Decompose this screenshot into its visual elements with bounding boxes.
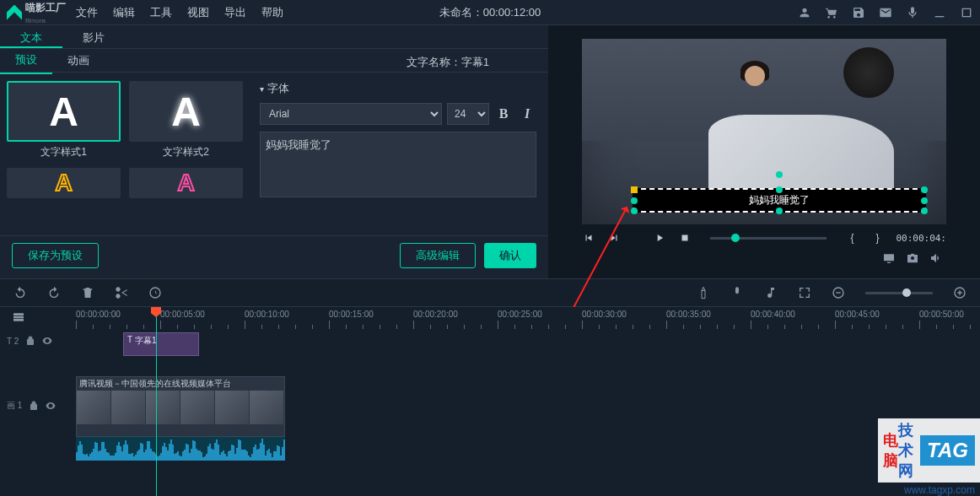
tab-video[interactable]: 影片 <box>62 25 125 48</box>
menu-file[interactable]: 文件 <box>76 5 98 20</box>
confirm-button[interactable]: 确认 <box>484 243 536 268</box>
track-text-label: T 2 <box>7 337 19 346</box>
ruler-label: 00:00:40:00 <box>751 310 795 319</box>
cart-icon[interactable] <box>825 6 838 19</box>
text-track[interactable]: T 字幕1 <box>76 332 980 356</box>
resize-handle-ml[interactable] <box>631 197 638 204</box>
style-card-4[interactable]: A <box>129 168 243 198</box>
watermark-text-a: 电脑 <box>883 430 898 471</box>
eye-icon[interactable] <box>46 401 56 411</box>
ruler-label: 00:00:25:00 <box>498 310 542 319</box>
style-card-1[interactable]: A 文字样式1 <box>7 81 121 159</box>
eye-icon[interactable] <box>42 336 52 346</box>
marker-icon[interactable] <box>697 286 710 299</box>
style-label-1: 文字样式1 <box>40 145 87 159</box>
voiceover-icon[interactable] <box>730 286 744 299</box>
bold-button[interactable]: B <box>494 104 513 124</box>
preview-extra-controls <box>582 251 946 265</box>
next-frame-button[interactable] <box>607 231 621 245</box>
font-header[interactable]: ▾ 字体 <box>260 81 536 96</box>
cut-icon[interactable] <box>115 286 128 299</box>
undo-icon[interactable] <box>13 286 27 299</box>
video-preview[interactable]: 妈妈我睡觉了 <box>582 39 946 224</box>
resize-handle-br[interactable] <box>921 208 928 214</box>
play-button[interactable] <box>653 231 666 245</box>
letter-a-glow-icon: A <box>171 89 201 135</box>
stop-button[interactable] <box>678 231 692 245</box>
settings-icon[interactable] <box>182 286 196 299</box>
resize-handle-tm[interactable] <box>776 186 783 193</box>
tab-preset[interactable]: 预设 <box>0 47 52 74</box>
playback-controls: { } 00:00:04: <box>582 224 946 251</box>
zoom-in-icon[interactable] <box>953 286 967 299</box>
zoom-slider[interactable] <box>865 292 933 294</box>
fit-icon[interactable] <box>798 286 811 299</box>
menu-edit[interactable]: 编辑 <box>113 5 135 20</box>
media-tabs: 文本 影片 <box>0 25 548 49</box>
app-subname: filmora <box>25 17 66 24</box>
ruler-label: 00:00:35:00 <box>666 310 711 319</box>
subtitle-textarea[interactable]: 妈妈我睡觉了 <box>260 132 536 197</box>
preview-panel: 妈妈我睡觉了 { } 00:00:04: <box>548 25 980 278</box>
save-icon[interactable] <box>852 6 865 19</box>
resize-handle-tl[interactable] <box>631 186 638 193</box>
zoom-out-icon[interactable] <box>832 286 845 299</box>
subtitle-overlay[interactable]: 妈妈我睡觉了 <box>633 188 926 213</box>
menu-tool[interactable]: 工具 <box>150 5 172 20</box>
video-clip-thumbnails <box>77 391 284 424</box>
timeline-ruler[interactable]: 00:00:00:0000:00:05:0000:00:10:0000:00:1… <box>0 307 980 329</box>
menu-help[interactable]: 帮助 <box>261 5 283 20</box>
ruler-label: 00:00:00:00 <box>76 310 121 319</box>
style-card-2[interactable]: A 文字样式2 <box>129 81 243 159</box>
playhead[interactable] <box>156 307 157 496</box>
video-track[interactable]: 腾讯视频－中国领先的在线视频媒体平台 <box>76 376 980 461</box>
snapshot-icon[interactable] <box>906 251 919 265</box>
font-settings: ▾ 字体 Arial 24 B I 妈妈我睡觉了 <box>260 81 541 232</box>
music-icon[interactable] <box>764 286 778 299</box>
rotate-handle[interactable] <box>776 171 783 178</box>
minimize-icon[interactable] <box>933 6 946 19</box>
italic-button[interactable]: I <box>518 104 536 124</box>
save-preset-button[interactable]: 保存为预设 <box>12 243 99 268</box>
tab-anim[interactable]: 动画 <box>52 48 105 73</box>
advanced-edit-button[interactable]: 高级编辑 <box>400 243 476 268</box>
style-thumb-4: A <box>129 168 243 198</box>
menu-view[interactable]: 视图 <box>187 5 209 20</box>
text-name-row: 文字名称：字幕1 <box>407 51 489 70</box>
mail-icon[interactable] <box>879 6 892 19</box>
menu-export[interactable]: 导出 <box>224 5 246 20</box>
subtitle-clip[interactable]: T 字幕1 <box>123 332 199 356</box>
text-name-label: 文字名称： <box>407 56 461 68</box>
resize-handle-mr[interactable] <box>921 197 928 204</box>
user-icon[interactable] <box>798 6 811 19</box>
project-title: 未命名：00:00:12:00 <box>439 5 541 20</box>
tab-text[interactable]: 文本 <box>0 25 62 48</box>
audio-clip[interactable] <box>76 437 285 461</box>
left-panel: 文本 影片 预设 动画 文字名称：字幕1 A 文字样式1 A 文字样式2 A <box>0 25 548 278</box>
style-label-2: 文字样式2 <box>163 145 209 159</box>
resize-handle-tr[interactable] <box>921 186 928 193</box>
maximize-icon[interactable] <box>960 6 973 19</box>
redo-icon[interactable] <box>47 286 61 299</box>
lock-icon[interactable] <box>29 401 39 411</box>
bracket-right-icon[interactable]: } <box>870 231 884 245</box>
resize-handle-bm[interactable] <box>776 208 783 214</box>
ruler-label: 00:00:05:00 <box>160 310 205 319</box>
display-icon[interactable] <box>882 251 896 265</box>
resize-handle-bl[interactable] <box>631 208 638 214</box>
speed-icon[interactable] <box>148 286 162 299</box>
font-size-select[interactable]: 24 <box>447 103 489 125</box>
delete-icon[interactable] <box>81 286 94 299</box>
style-card-3[interactable]: A <box>7 168 121 198</box>
mic-icon[interactable] <box>906 6 919 19</box>
timeline-toolbar <box>0 278 980 307</box>
bracket-left-icon[interactable]: { <box>845 231 859 245</box>
video-clip[interactable]: 腾讯视频－中国领先的在线视频媒体平台 <box>76 376 285 437</box>
watermark-url: www.tagxp.com <box>904 484 975 496</box>
playback-slider[interactable] <box>710 237 827 240</box>
lock-icon[interactable] <box>25 336 35 346</box>
prev-frame-button[interactable] <box>582 231 595 245</box>
font-header-label: 字体 <box>267 81 289 96</box>
font-family-select[interactable]: Arial <box>260 103 442 125</box>
volume-icon[interactable] <box>929 251 943 265</box>
